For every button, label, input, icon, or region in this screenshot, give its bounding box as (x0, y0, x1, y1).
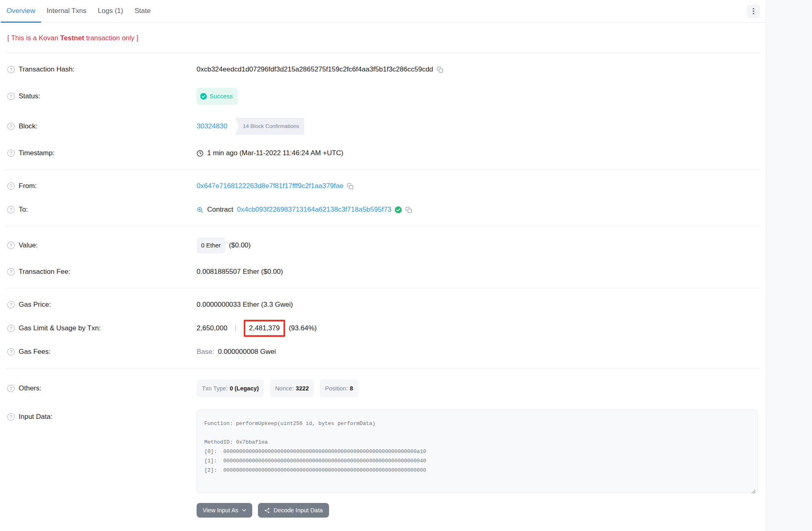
block-confirmations-badge: 14 Block Confirmations (235, 118, 305, 135)
status-text: Success (210, 91, 233, 102)
row-label: Gas Fees: (19, 347, 50, 357)
row-label: Others: (19, 383, 41, 394)
help-icon[interactable]: ? (7, 325, 15, 332)
help-icon[interactable]: ? (7, 150, 15, 157)
magnifier-plus-icon (197, 206, 204, 213)
tab-internal-txns[interactable]: Internal Txns (41, 0, 92, 23)
gas-limit-value: 2,650,000 (197, 323, 227, 334)
button-label: View Input As (203, 507, 238, 514)
txn-type-badge: Txn Type: 0 (Legacy) (197, 379, 264, 397)
row-status: ? Status: Success (0, 81, 766, 111)
timestamp-value: 1 min ago (Mar-11-2022 11:46:24 AM +UTC) (207, 148, 343, 158)
transaction-fee-value: 0.0081885507 Ether ($0.00) (197, 267, 283, 277)
gas-used-value: 2,481,379 (249, 324, 280, 332)
kebab-dot-icon (753, 13, 754, 15)
gas-price-value: 0.0000000033 Ether (3.3 Gwei) (197, 299, 293, 310)
badge-key: Nonce: (275, 383, 294, 394)
badge-value: 0 (Legacy) (230, 383, 259, 394)
kebab-dot-icon (753, 8, 754, 10)
help-icon[interactable]: ? (7, 301, 15, 308)
row-gas-fees: ? Gas Fees: Base: 0.000000008 Gwei (0, 340, 766, 364)
section-addresses: ? From: 0x647e7168122263d8e7f81f17fff9c2… (0, 170, 766, 226)
badge-key: Position: (325, 383, 348, 394)
row-transaction-fee: ? Transaction Fee: 0.0081885507 Ether ($… (0, 260, 766, 284)
clock-icon (197, 150, 204, 157)
row-label: Gas Limit & Usage by Txn: (19, 323, 101, 334)
more-options-button[interactable] (747, 5, 760, 18)
row-gas-limit-usage: ? Gas Limit & Usage by Txn: 2,650,000 | … (0, 316, 766, 340)
row-gas-price: ? Gas Price: 0.0000000033 Ether (3.3 Gwe… (0, 293, 766, 316)
help-icon[interactable]: ? (7, 413, 15, 420)
help-icon[interactable]: ? (7, 348, 15, 355)
kebab-dot-icon (753, 11, 754, 12)
status-badge: Success (197, 88, 238, 105)
decode-icon (264, 507, 270, 514)
section-gas: ? Gas Price: 0.0000000033 Ether (3.3 Gwe… (0, 288, 766, 368)
row-value: ? Value: 0 Ether ($0.00) (0, 231, 766, 260)
verified-check-icon (395, 206, 402, 213)
help-icon[interactable]: ? (7, 93, 15, 100)
tab-state[interactable]: State (129, 0, 156, 23)
testnet-notice: [ This is a Kovan Testnet transaction on… (0, 23, 766, 53)
badge-value: 8 (350, 383, 353, 394)
row-label: From: (19, 181, 37, 191)
to-contract-link[interactable]: 0x4cb093f226983713164a62138c3f718a5b595f… (237, 204, 391, 215)
row-transaction-hash: ? Transaction Hash: 0xcb324eedcd1d07296f… (0, 58, 766, 81)
help-icon[interactable]: ? (7, 268, 15, 275)
notice-bold: Testnet (60, 34, 84, 42)
section-others: ? Others: Txn Type: 0 (Legacy) Nonce: 32… (0, 368, 766, 529)
chevron-down-icon (242, 509, 246, 512)
copy-icon[interactable] (405, 206, 412, 213)
help-icon[interactable]: ? (7, 66, 15, 73)
to-kind-label: Contract (207, 204, 233, 215)
help-icon[interactable]: ? (7, 242, 15, 249)
row-label: Gas Price: (19, 299, 51, 310)
row-label: Input Data: (19, 412, 52, 422)
row-label: Transaction Hash: (19, 64, 74, 75)
tab-overview[interactable]: Overview (1, 0, 41, 23)
help-icon[interactable]: ? (7, 182, 15, 190)
position-badge: Position: 8 (320, 379, 358, 397)
from-address-link[interactable]: 0x647e7168122263d8e7f81f17fff9c2f1aa379f… (197, 181, 343, 191)
row-label: To: (19, 204, 28, 215)
row-block: ? Block: 30324830 14 Block Confirmations (0, 111, 766, 141)
row-label: Timestamp: (19, 148, 54, 158)
notice-text: [ This is a Kovan (7, 34, 60, 42)
help-icon[interactable]: ? (7, 123, 15, 130)
badge-key: Txn Type: (202, 383, 227, 394)
row-label: Status: (19, 91, 40, 102)
gas-used-percent: (93.64%) (289, 323, 317, 334)
value-badge: 0 Ether (197, 237, 225, 254)
row-to: ? To: Contract 0x4cb093f226983713164a621… (0, 198, 766, 221)
help-icon[interactable]: ? (7, 206, 15, 213)
transaction-overview-card: Overview Internal Txns Logs (1) State [ … (0, 0, 766, 531)
help-icon[interactable]: ? (7, 385, 15, 392)
decode-input-data-button[interactable]: Decode Input Data (258, 503, 329, 518)
row-label: Value: (19, 240, 38, 251)
input-data-textarea[interactable]: Function: performUpkeep(uint256 id, byte… (197, 410, 758, 493)
copy-icon[interactable] (437, 66, 443, 73)
row-label: Transaction Fee: (19, 267, 70, 277)
tab-logs[interactable]: Logs (1) (92, 0, 129, 23)
base-fee-label: Base: (197, 347, 214, 357)
button-label: Decode Input Data (274, 507, 323, 514)
pipe-separator: | (235, 323, 236, 334)
input-data-actions: View Input As Decode Input Data (197, 503, 758, 518)
notice-text: transaction only ] (84, 34, 138, 42)
section-summary: ? Transaction Hash: 0xcb324eedcd1d07296f… (0, 53, 766, 169)
nonce-badge: Nonce: 3222 (270, 379, 314, 397)
check-circle-icon (200, 93, 207, 100)
row-others: ? Others: Txn Type: 0 (Legacy) Nonce: 32… (0, 373, 766, 404)
tab-bar: Overview Internal Txns Logs (1) State (0, 0, 766, 23)
value-usd: ($0.00) (229, 240, 251, 251)
copy-icon[interactable] (347, 183, 353, 190)
block-link[interactable]: 30324830 (197, 121, 227, 132)
red-annotation-box: 2,481,379 (244, 320, 285, 337)
transaction-hash-value: 0xcb324eedcd1d07296fdf3d215a2865275f159c… (197, 64, 433, 75)
row-label: Block: (19, 121, 37, 132)
row-from: ? From: 0x647e7168122263d8e7f81f17fff9c2… (0, 174, 766, 198)
row-timestamp: ? Timestamp: 1 min ago (Mar-11-2022 11:4… (0, 141, 766, 165)
section-value: ? Value: 0 Ether ($0.00) ? Transaction F… (0, 226, 766, 288)
base-fee-value: 0.000000008 Gwei (218, 347, 276, 357)
view-input-as-button[interactable]: View Input As (197, 503, 252, 518)
